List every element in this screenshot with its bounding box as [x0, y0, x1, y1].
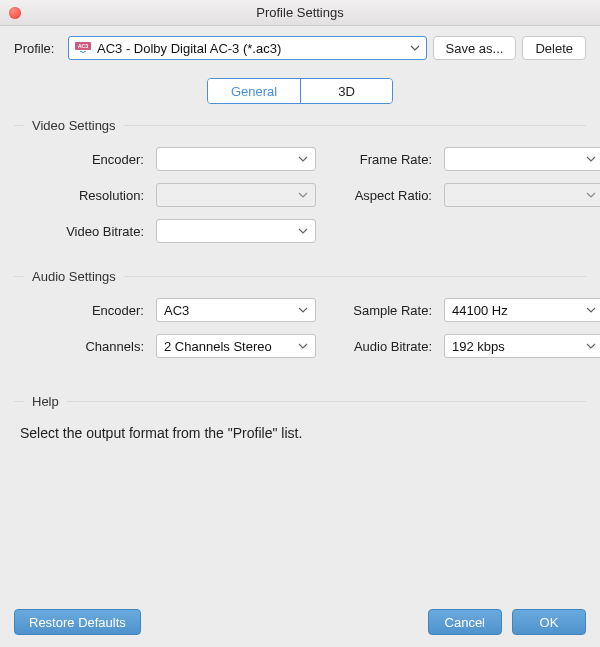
- window-title: Profile Settings: [256, 5, 343, 20]
- profile-value: AC3 - Dolby Digital AC-3 (*.ac3): [97, 41, 410, 56]
- video-bitrate-label: Video Bitrate:: [24, 224, 146, 239]
- profile-row: Profile: AC3 AC3 - Dolby Digital AC-3 (*…: [14, 36, 586, 60]
- video-encoder-label: Encoder:: [24, 152, 146, 167]
- audio-encoder-label: Encoder:: [24, 303, 146, 318]
- tab-3d[interactable]: 3D: [300, 79, 392, 103]
- chevron-down-icon: [586, 307, 596, 313]
- chevron-down-icon: [410, 45, 420, 51]
- video-bitrate-dropdown[interactable]: [156, 219, 316, 243]
- cancel-button[interactable]: Cancel: [428, 609, 502, 635]
- channels-dropdown[interactable]: 2 Channels Stereo: [156, 334, 316, 358]
- audio-settings-group: Audio Settings Encoder: AC3 Sample Rate:…: [14, 269, 586, 358]
- svg-text:AC3: AC3: [78, 43, 88, 49]
- audio-bitrate-dropdown[interactable]: 192 kbps: [444, 334, 600, 358]
- cancel-label: Cancel: [445, 615, 485, 630]
- profile-label: Profile:: [14, 41, 62, 56]
- video-encoder-dropdown[interactable]: [156, 147, 316, 171]
- ac3-format-icon: AC3: [75, 41, 91, 55]
- restore-defaults-button[interactable]: Restore Defaults: [14, 609, 141, 635]
- resolution-dropdown[interactable]: [156, 183, 316, 207]
- chevron-down-icon: [586, 343, 596, 349]
- channels-label: Channels:: [24, 339, 146, 354]
- help-title: Help: [32, 394, 67, 409]
- aspect-ratio-label: Aspect Ratio:: [326, 188, 434, 203]
- audio-bitrate-label: Audio Bitrate:: [326, 339, 434, 354]
- audio-encoder-dropdown[interactable]: AC3: [156, 298, 316, 322]
- tab-general[interactable]: General: [208, 79, 300, 103]
- delete-button[interactable]: Delete: [522, 36, 586, 60]
- ok-label: OK: [540, 615, 559, 630]
- frame-rate-label: Frame Rate:: [326, 152, 434, 167]
- chevron-down-icon: [586, 156, 596, 162]
- help-group: Help Select the output format from the "…: [14, 394, 586, 447]
- ok-button[interactable]: OK: [512, 609, 586, 635]
- profile-dropdown[interactable]: AC3 AC3 - Dolby Digital AC-3 (*.ac3): [68, 36, 427, 60]
- save-as-button[interactable]: Save as...: [433, 36, 517, 60]
- sample-rate-value: 44100 Hz: [452, 303, 582, 318]
- tab-bar: General 3D: [14, 78, 586, 104]
- chevron-down-icon: [298, 192, 308, 198]
- tab-general-label: General: [231, 84, 277, 99]
- chevron-down-icon: [298, 156, 308, 162]
- resolution-label: Resolution:: [24, 188, 146, 203]
- chevron-down-icon: [298, 343, 308, 349]
- audio-bitrate-value: 192 kbps: [452, 339, 582, 354]
- close-window-icon[interactable]: [9, 7, 21, 19]
- chevron-down-icon: [586, 192, 596, 198]
- help-text: Select the output format from the "Profi…: [14, 423, 586, 447]
- dialog-footer: Restore Defaults Cancel OK: [0, 597, 600, 647]
- tab-3d-label: 3D: [338, 84, 355, 99]
- restore-defaults-label: Restore Defaults: [29, 615, 126, 630]
- delete-label: Delete: [535, 41, 573, 56]
- channels-value: 2 Channels Stereo: [164, 339, 294, 354]
- video-settings-title: Video Settings: [32, 118, 124, 133]
- save-as-label: Save as...: [446, 41, 504, 56]
- sample-rate-label: Sample Rate:: [326, 303, 434, 318]
- audio-encoder-value: AC3: [164, 303, 294, 318]
- titlebar: Profile Settings: [0, 0, 600, 26]
- chevron-down-icon: [298, 307, 308, 313]
- video-settings-group: Video Settings Encoder: Frame Rate: Reso…: [14, 118, 586, 243]
- audio-settings-title: Audio Settings: [32, 269, 124, 284]
- sample-rate-dropdown[interactable]: 44100 Hz: [444, 298, 600, 322]
- aspect-ratio-dropdown[interactable]: [444, 183, 600, 207]
- chevron-down-icon: [298, 228, 308, 234]
- frame-rate-dropdown[interactable]: [444, 147, 600, 171]
